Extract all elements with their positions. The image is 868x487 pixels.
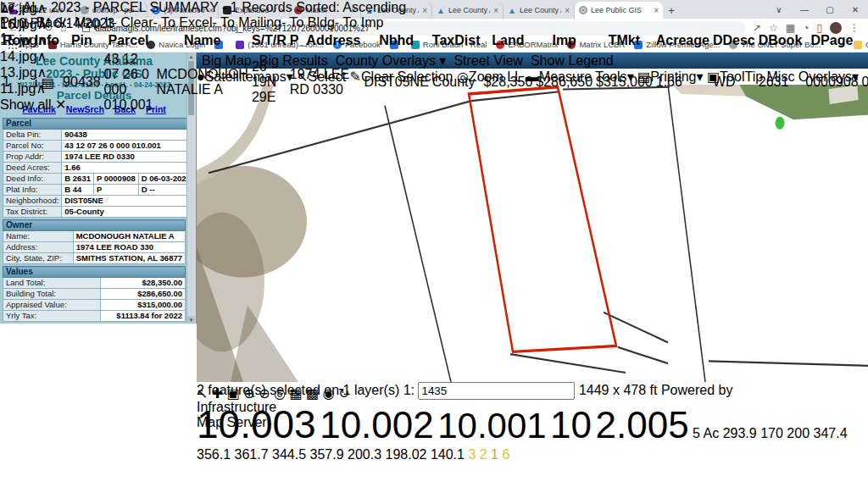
dimension-label: 357.9 bbox=[310, 447, 344, 462]
parcel-section: Parcel Delta Pin:90438 Parcel No:43 12 0… bbox=[3, 118, 194, 218]
parcel-section-header: Parcel bbox=[3, 119, 194, 130]
infrastructure-map-server-logo: Infrastructure Map Server bbox=[197, 400, 868, 430]
deed-acres-value: 1.66 bbox=[62, 163, 194, 174]
chevron-up-icon[interactable]: ∧ bbox=[37, 65, 47, 80]
downloads-close-icon[interactable]: ✕ bbox=[55, 97, 66, 112]
owner-name-value: MCDONOUGH NATALIE A bbox=[73, 231, 185, 242]
lot-number-label: 1 bbox=[491, 447, 498, 462]
chevron-up-icon[interactable]: ∧ bbox=[37, 49, 47, 64]
screen: (22,322 unrea× dotloop - peo× f(1) Faceb… bbox=[0, 0, 868, 487]
taskbar-clock[interactable]: 1:10 PM 6/14/2023 bbox=[0, 16, 868, 31]
map-status-bar: 2 feature(s) selected on 1 layer(s) 1: 1… bbox=[197, 382, 868, 430]
delta-pin-value: 90438 bbox=[62, 130, 194, 141]
download-item[interactable]: 11.jpg∧ bbox=[0, 80, 868, 97]
show-all-button[interactable]: Show all bbox=[0, 97, 51, 112]
dimension-label: 198.02 bbox=[386, 447, 427, 462]
dimension-label: 344.5 bbox=[272, 447, 306, 462]
notification-icon[interactable]: 1 bbox=[0, 31, 868, 47]
values-section: Values Land Total:$28,350.00 Building To… bbox=[3, 266, 186, 322]
scroll-down-icon[interactable]: ▼ bbox=[187, 316, 195, 324]
dimension-label: 200.3 bbox=[348, 447, 381, 462]
hidden-icons-chevron[interactable]: ∧ bbox=[0, 1, 10, 15]
parcel-no-value: 43 12 07 26 0 000 010.001 bbox=[62, 141, 194, 152]
download-item[interactable]: 14.jpg∧ bbox=[0, 48, 868, 64]
map-canvas[interactable]: ↖ ✚ ▣ ⊕ ⊖ ◎ ▦ ▩ ◉ ↻ 10.003 10.002 10.001… bbox=[197, 85, 868, 382]
extent-readout: 1449 x 478 ft bbox=[579, 383, 658, 397]
powered-by-text: Powered by bbox=[661, 383, 733, 397]
lot-number-label: 2 bbox=[480, 447, 487, 462]
dimension-label: 140.1 bbox=[431, 447, 465, 462]
download-item[interactable]: 13.jpg∧ bbox=[0, 64, 868, 80]
taskbar: ∧ 1:10 PM 6/14/2023 1 bbox=[0, 0, 868, 47]
values-section-header: Values bbox=[3, 267, 186, 278]
aerial-map-graphics bbox=[197, 85, 868, 382]
dimension-label: 356.1 bbox=[197, 447, 231, 462]
owner-section: Owner Name:MCDONOUGH NATALIE A Address:1… bbox=[3, 219, 186, 264]
scale-prefix: 1: bbox=[403, 383, 415, 397]
lot-number-label: 6 bbox=[502, 447, 509, 462]
scale-input[interactable] bbox=[418, 382, 575, 400]
chevron-up-icon[interactable]: ∧ bbox=[36, 81, 46, 96]
speaker-icon[interactable] bbox=[14, 3, 24, 13]
dimension-label: 361.7 bbox=[235, 447, 269, 462]
notification-badge: 1 bbox=[0, 31, 8, 46]
prop-addr-value: 1974 LEE RD 0330 bbox=[62, 152, 194, 163]
selection-status: 2 feature(s) selected on 1 layer(s) bbox=[197, 383, 399, 397]
lot-number-label: 3 bbox=[468, 447, 476, 462]
owner-section-header: Owner bbox=[3, 220, 186, 231]
